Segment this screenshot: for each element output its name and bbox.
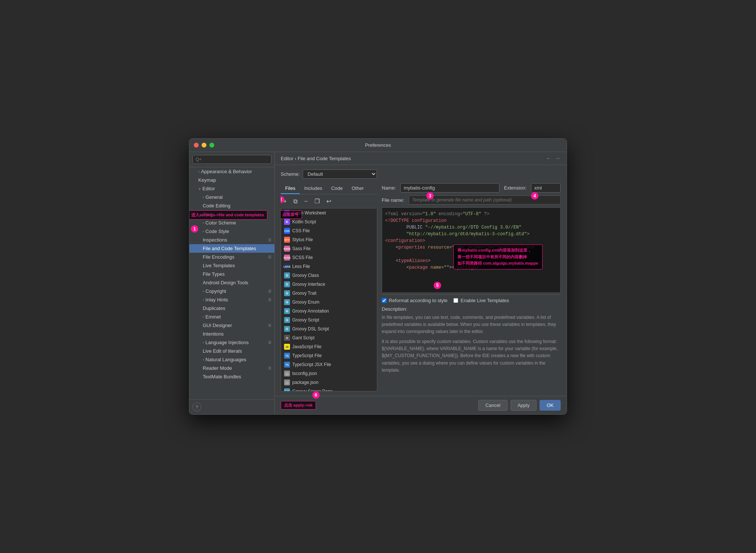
sidebar-item-android-tools[interactable]: Android Design Tools bbox=[189, 278, 274, 287]
sidebar-item-general[interactable]: › General bbox=[189, 193, 274, 201]
list-item[interactable]: G Groovy Class bbox=[281, 271, 377, 280]
list-item[interactable]: G Groovy Annotation bbox=[281, 307, 377, 316]
groovy-icon: G bbox=[284, 317, 290, 323]
sidebar-item-inspections[interactable]: Inspections ☰ bbox=[189, 236, 274, 244]
sidebar-item-gui-designer[interactable]: GUI Designer ☰ bbox=[189, 321, 274, 330]
name-label: Name: bbox=[382, 185, 396, 191]
tab-files[interactable]: Files bbox=[281, 183, 300, 194]
live-templates-label[interactable]: Enable Live Templates bbox=[453, 298, 509, 303]
sidebar-item-color-scheme[interactable]: › Color Scheme bbox=[189, 219, 274, 227]
scheme-label: Scheme: bbox=[281, 171, 300, 177]
code-editor-container: <?xml version="1.0" encoding="UTF-8" ?> … bbox=[382, 207, 561, 293]
live-templates-checkbox[interactable] bbox=[453, 298, 458, 303]
list-item[interactable]: GSP Groovy Server Page bbox=[281, 387, 377, 391]
tab-other[interactable]: Other bbox=[347, 183, 368, 194]
arrow-icon-emmet: › bbox=[203, 315, 204, 319]
remove-button[interactable]: − bbox=[302, 197, 310, 206]
titlebar: Preferences bbox=[189, 139, 567, 152]
sidebar-item-code-style[interactable]: › Code Style bbox=[189, 227, 274, 236]
sidebar-item-editor[interactable]: ∨ Editor bbox=[189, 184, 274, 193]
groovy-icon: G bbox=[284, 299, 290, 305]
window-title: Preferences bbox=[365, 142, 391, 148]
list-item[interactable]: { } tsconfig.json bbox=[281, 369, 377, 378]
list-item[interactable]: STY Stylus File bbox=[281, 235, 377, 244]
copy-button[interactable]: ⧉ bbox=[291, 197, 300, 206]
extension-label: Extension: bbox=[504, 185, 527, 191]
json-icon: { } bbox=[284, 379, 290, 385]
sidebar-item-natural-langs[interactable]: › Natural Languages bbox=[189, 355, 274, 364]
sidebar-bottom: ? bbox=[189, 399, 274, 414]
sidebar-item-appearance[interactable]: › Appearance & Behavior bbox=[189, 167, 274, 176]
ok-button[interactable]: OK bbox=[540, 400, 561, 411]
groovy-icon: G bbox=[284, 281, 290, 287]
annotation-5: 将mybatis-config.xml内容添加到这里，将一些不同项目中有所不同的… bbox=[453, 245, 542, 269]
list-item[interactable]: TS TypeScript JSX File bbox=[281, 360, 377, 369]
tab-includes[interactable]: Includes bbox=[300, 183, 326, 194]
list-item[interactable]: G Groovy Script bbox=[281, 316, 377, 324]
list-item[interactable]: SCSS SCSS File bbox=[281, 253, 377, 262]
list-item[interactable]: JS JavaScript File bbox=[281, 342, 377, 351]
sidebar-item-inlay-hints[interactable]: › Inlay Hints ☰ bbox=[189, 295, 274, 304]
sidebar-item-duplicates[interactable]: Duplicates bbox=[189, 304, 274, 313]
sidebar-item-live-templates[interactable]: Live Templates bbox=[189, 261, 274, 270]
forward-icon[interactable]: → bbox=[555, 155, 561, 162]
reset-button[interactable]: ↩ bbox=[324, 197, 334, 206]
list-item[interactable]: G Groovy Trait bbox=[281, 289, 377, 298]
reformat-label[interactable]: Reformat according to style bbox=[382, 298, 447, 303]
arrow-icon-copyright: › bbox=[203, 289, 204, 293]
sidebar-item-emmet[interactable]: › Emmet bbox=[189, 313, 274, 321]
watermark: 点击 apply->ok 6 bbox=[281, 401, 316, 410]
list-item[interactable]: { } package.json bbox=[281, 378, 377, 387]
extension-input[interactable] bbox=[531, 183, 561, 193]
cancel-button[interactable]: Cancel bbox=[478, 400, 507, 411]
sidebar-item-file-templates[interactable]: File and Code Templates bbox=[189, 244, 274, 253]
arrow-icon-color-scheme: › bbox=[203, 221, 204, 225]
duplicate-button[interactable]: ❐ bbox=[312, 197, 322, 206]
minimize-button[interactable] bbox=[202, 143, 206, 148]
groovy-icon: G bbox=[284, 326, 290, 332]
tab-code[interactable]: Code bbox=[327, 183, 347, 194]
groovy-icon: G bbox=[284, 290, 290, 296]
sidebar-item-language-injections[interactable]: › Language Injections ☰ bbox=[189, 338, 274, 347]
file-list[interactable]: K Kotlin Worksheet K Kotlin Script CSS C… bbox=[281, 208, 377, 391]
sidebar-item-file-encodings[interactable]: File Encodings ☰ bbox=[189, 253, 274, 261]
scheme-select[interactable]: Default bbox=[303, 169, 377, 179]
circle-3: 3 bbox=[426, 192, 434, 200]
apply-button[interactable]: Apply bbox=[511, 400, 537, 411]
list-item[interactable]: TS TypeScript File bbox=[281, 351, 377, 360]
sidebar-item-copyright[interactable]: › Copyright ☰ bbox=[189, 287, 274, 295]
sidebar-item-code-editing[interactable]: Code Editing bbox=[189, 201, 274, 210]
sidebar-search-container bbox=[189, 152, 274, 167]
sidebar-item-intentions[interactable]: Intentions bbox=[189, 330, 274, 338]
circle-6: 6 bbox=[312, 391, 320, 399]
sidebar: › Appearance & Behavior Keymap ∨ Editor … bbox=[189, 152, 275, 414]
list-item[interactable]: G Gant Script bbox=[281, 333, 377, 342]
maximize-button[interactable] bbox=[209, 143, 214, 148]
list-item[interactable]: G Groovy Interface bbox=[281, 280, 377, 289]
content-area: Scheme: Default Files Includes Code Othe… bbox=[275, 165, 567, 396]
list-item[interactable]: G Groovy DSL Script bbox=[281, 324, 377, 333]
sidebar-item-keymap[interactable]: Keymap bbox=[189, 176, 274, 184]
sidebar-item-file-types[interactable]: File Types bbox=[189, 270, 274, 278]
sidebar-item-reader-mode[interactable]: Reader Mode ☰ bbox=[189, 364, 274, 372]
close-button[interactable] bbox=[194, 143, 199, 148]
reformat-checkbox[interactable] bbox=[382, 298, 387, 303]
annotation-2-text: 点击加号 bbox=[281, 210, 302, 219]
badge-inspections: ☰ bbox=[268, 238, 271, 242]
filename-label: File name: bbox=[382, 197, 404, 203]
list-item[interactable]: SASS Sass File bbox=[281, 244, 377, 253]
main-content: › Appearance & Behavior Keymap ∨ Editor … bbox=[189, 152, 567, 414]
name-input[interactable] bbox=[400, 183, 499, 193]
right-panel: Editor › File and Code Templates ← → Sch… bbox=[275, 152, 567, 414]
list-item[interactable]: LESS Less File bbox=[281, 262, 377, 271]
search-input[interactable] bbox=[192, 155, 271, 164]
back-icon[interactable]: ← bbox=[546, 155, 552, 162]
sidebar-item-live-edit[interactable]: Live Edit of literals bbox=[189, 347, 274, 355]
detail-panel: Name: Extension: 输入文件名称 3 bbox=[382, 183, 561, 391]
sidebar-item-textmate[interactable]: TextMate Bundles bbox=[189, 372, 274, 381]
help-button[interactable]: ? bbox=[192, 402, 201, 411]
list-item[interactable]: CSS CSS File bbox=[281, 226, 377, 235]
list-item[interactable]: G Groovy Enum bbox=[281, 298, 377, 307]
description-text1: In file templates, you can use text, cod… bbox=[382, 314, 561, 336]
scheme-row: Scheme: Default bbox=[281, 169, 561, 179]
